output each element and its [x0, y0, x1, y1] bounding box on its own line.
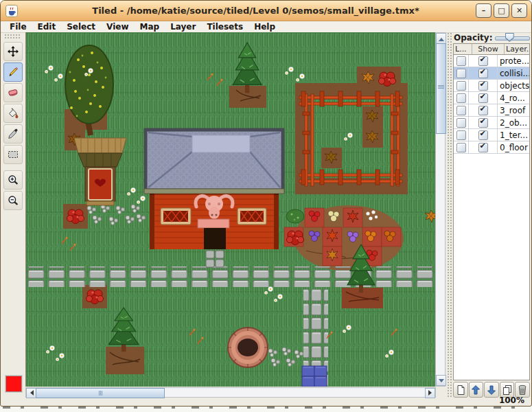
menubar: FileEditSelectViewMapLayerTilesetsHelp: [1, 21, 531, 33]
layer-row-0_floor[interactable]: 0_floor: [454, 141, 529, 154]
layer-lock-checkbox[interactable]: [456, 130, 466, 140]
layer-visible-checkbox[interactable]: [478, 81, 488, 91]
minimize-button[interactable]: –: [476, 3, 491, 18]
layer-name: prote...: [498, 55, 529, 67]
eraser-icon: [7, 87, 19, 99]
new-layer-icon: [455, 385, 466, 396]
layers-panel: Opacity: L... Show Layer... prote...coll…: [447, 32, 531, 397]
menu-item-layer[interactable]: Layer: [165, 21, 201, 32]
layer-name: 0_floor: [498, 141, 529, 153]
layer-lock-checkbox[interactable]: [456, 93, 466, 103]
brush-color-swatch[interactable]: [5, 376, 22, 392]
panel-drag-handle[interactable]: [447, 32, 452, 397]
layer-visible-checkbox[interactable]: [478, 143, 488, 152]
map-house-window: [161, 208, 191, 225]
close-button[interactable]: ✕: [511, 3, 527, 18]
layer-visible-checkbox[interactable]: [478, 130, 488, 140]
menu-item-tilesets[interactable]: Tilesets: [201, 21, 248, 32]
zoom-out-tool[interactable]: [3, 191, 23, 210]
menu-item-help[interactable]: Help: [248, 21, 281, 32]
rect-select-tool[interactable]: [3, 145, 23, 164]
vertical-scroll-thumb[interactable]: [436, 43, 446, 134]
layer-visible-checkbox[interactable]: [478, 106, 488, 115]
layer-rows: prote...collisi...objects4_ro...3_roof2_…: [454, 55, 529, 154]
layer-name: 3_roof: [498, 104, 529, 116]
layer-name: objects: [498, 80, 529, 91]
raise-layer-icon: [470, 385, 481, 396]
tiled-window: Tiled - /home/katie/source/tiled/Level 0…: [0, 0, 532, 407]
layer-visible-checkbox[interactable]: [478, 69, 488, 78]
layer-row-3_roof[interactable]: 3_roof: [454, 104, 529, 117]
map-flower-tile: [67, 209, 84, 224]
menu-item-select[interactable]: Select: [61, 21, 101, 32]
zoom-in-tool[interactable]: [3, 170, 23, 190]
opacity-slider-thumb[interactable]: [505, 33, 514, 42]
duplicate-layer-icon: [502, 385, 513, 396]
menu-item-map[interactable]: Map: [135, 21, 165, 32]
layer-lock-checkbox[interactable]: [456, 69, 466, 78]
move-icon: [7, 45, 19, 58]
window-title: Tiled - /home/katie/source/tiled/Level 0…: [42, 1, 470, 21]
opacity-label: Opacity:: [454, 33, 492, 43]
layer-visible-checkbox[interactable]: [478, 56, 488, 66]
layer-row-4_ro[interactable]: 4_ro...: [454, 92, 529, 104]
layer-lock-checkbox[interactable]: [456, 118, 466, 128]
menu-item-file[interactable]: File: [4, 21, 32, 32]
layer-visible-checkbox[interactable]: [478, 118, 488, 128]
layer-name: collisi...: [498, 67, 529, 79]
eyedropper-tool[interactable]: [3, 124, 23, 144]
marquee-select-icon: [7, 148, 19, 161]
layers-table: L... Show Layer... prote...collisi...obj…: [453, 43, 530, 380]
tool-palette: [1, 32, 25, 396]
scroll-up-arrow[interactable]: [436, 33, 446, 44]
toolbar-drag-handle[interactable]: [4, 34, 21, 39]
layer-buttons: [453, 382, 530, 397]
layer-name: 2_ob...: [498, 117, 529, 128]
lower-layer-icon: [486, 385, 497, 396]
stamp-brush-tool[interactable]: [3, 62, 23, 82]
layers-table-header: L... Show Layer...: [454, 44, 529, 55]
layer-row-1_ter[interactable]: 1_ter...: [454, 129, 529, 141]
zoom-out-icon: [7, 194, 19, 207]
map-ranch-house: [144, 130, 284, 249]
pencil-icon: [7, 66, 19, 78]
layer-lock-checkbox[interactable]: [456, 106, 466, 115]
layer-row-collisi[interactable]: collisi...: [454, 67, 529, 80]
map-blue-tiles: [302, 366, 327, 387]
layer-lock-checkbox[interactable]: [456, 143, 466, 152]
titlebar[interactable]: Tiled - /home/katie/source/tiled/Level 0…: [1, 1, 531, 21]
delete-layer-icon: [517, 385, 528, 396]
scroll-down-arrow[interactable]: [436, 375, 446, 386]
layer-row-prote[interactable]: prote...: [454, 55, 529, 67]
column-header-show[interactable]: Show: [472, 44, 505, 54]
eraser-tool[interactable]: [3, 83, 23, 102]
opacity-slider[interactable]: [495, 33, 530, 42]
bucket-fill-tool[interactable]: [3, 104, 23, 123]
layer-visible-checkbox[interactable]: [478, 93, 488, 103]
bucket-fill-icon: [7, 107, 19, 119]
layer-row-2_ob[interactable]: 2_ob...: [454, 117, 529, 129]
map-flower-tile: [86, 290, 104, 304]
zoom-in-icon: [7, 174, 19, 186]
column-header-lock[interactable]: L...: [454, 44, 472, 54]
java-app-icon: [5, 5, 18, 17]
map-well: [228, 328, 268, 367]
map-scene: [26, 32, 435, 387]
statusbar: 100%: [1, 396, 531, 406]
layer-name: 1_ter...: [498, 129, 529, 141]
map-house-window: [238, 208, 266, 225]
menu-item-edit[interactable]: Edit: [32, 21, 62, 32]
eyedropper-icon: [7, 128, 19, 140]
move-tool[interactable]: [3, 42, 23, 61]
layer-name: 4_ro...: [498, 92, 529, 104]
menu-item-view[interactable]: View: [101, 21, 134, 32]
maximize-button[interactable]: □: [494, 3, 509, 18]
vertical-scrollbar[interactable]: [435, 32, 446, 387]
zoom-level: 100%: [499, 396, 524, 405]
background-window-sliver: [0, 407, 532, 412]
layer-lock-checkbox[interactable]: [456, 56, 466, 66]
map-canvas[interactable]: [25, 32, 435, 387]
layer-lock-checkbox[interactable]: [456, 81, 466, 91]
layer-row-objects[interactable]: objects: [454, 80, 529, 92]
column-header-layer[interactable]: Layer...: [505, 44, 529, 54]
